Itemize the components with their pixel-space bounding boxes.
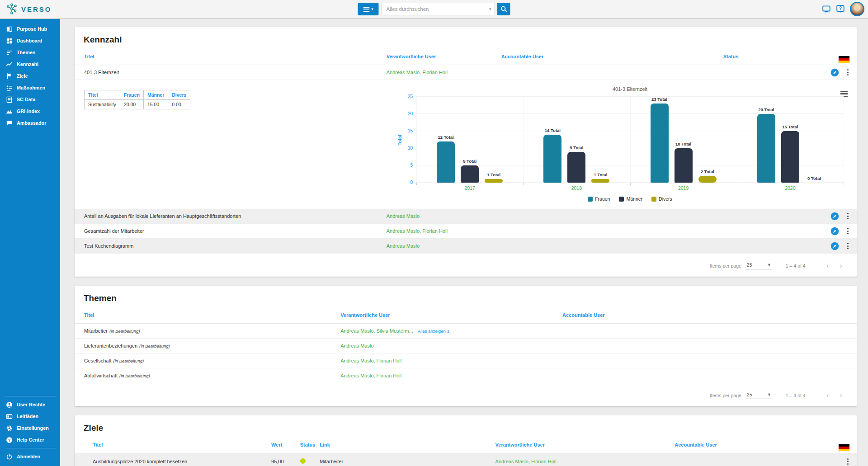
kennzahl-row[interactable]: Test KuchendiagrammAndreas Maslo bbox=[75, 239, 857, 254]
search-input[interactable] bbox=[382, 3, 495, 15]
monitor-icon[interactable] bbox=[822, 5, 831, 14]
sidebar-item-ziele[interactable]: Ziele bbox=[0, 70, 60, 82]
sidebar-item-leitf-den[interactable]: Leitfäden bbox=[0, 410, 60, 422]
column-status[interactable]: Status bbox=[723, 54, 815, 59]
sidebar-item-kennzahl[interactable]: Kennzahl bbox=[0, 58, 60, 70]
help-bubble-icon[interactable]: ? bbox=[836, 5, 845, 14]
sidebar-item-ma-nahmen[interactable]: Maßnahmen bbox=[0, 82, 60, 94]
sidebar-item-label: Help Center bbox=[17, 437, 44, 442]
column-verantwortliche-user[interactable]: Verantwortliche User bbox=[340, 312, 562, 318]
chart-bar-value-label: 9 Total bbox=[570, 145, 583, 150]
kpi-verantwortliche[interactable]: Andreas Maslo, Florian Holl bbox=[387, 70, 501, 75]
goal-titel: Ausbildungsplätze 2020 komplett besetzen bbox=[93, 459, 271, 464]
kpi-verantwortliche[interactable]: Andreas Maslo bbox=[387, 243, 501, 249]
row-menu-icon[interactable] bbox=[846, 242, 849, 250]
column-wert[interactable]: Wert bbox=[271, 442, 300, 447]
themen-row[interactable]: Mitarbeiter(in Bearbeitung)Andreas Maslo… bbox=[75, 324, 857, 339]
column-verantwortliche-user[interactable]: Verantwortliche User bbox=[495, 442, 675, 447]
kennzahl-title: Kennzahl bbox=[75, 27, 857, 49]
sidebar-item-label: Purpose Hub bbox=[17, 26, 47, 32]
chart-bar-value-label: 14 Total bbox=[545, 128, 561, 133]
row-menu-icon[interactable] bbox=[846, 457, 849, 466]
kennzahl-row[interactable]: Anteil an Ausgaben für lokale Lieferante… bbox=[75, 209, 857, 224]
sidebar-item-sc-data[interactable]: SC Data bbox=[0, 94, 60, 105]
thema-verantwortliche-names[interactable]: Andreas Maslo, Florian Holl bbox=[340, 358, 401, 363]
german-flag-icon[interactable] bbox=[839, 56, 849, 63]
sidebar-item-label: Maßnahmen bbox=[17, 85, 45, 90]
german-flag-icon[interactable] bbox=[839, 444, 849, 451]
pagination-next-button[interactable]: › bbox=[834, 262, 848, 269]
thema-verantwortliche-names[interactable]: Andreas Maslo, Silvia Musterm... bbox=[340, 328, 413, 334]
goal-verantwortliche[interactable]: Andreas Maslo, Florian Holl bbox=[495, 459, 675, 464]
kpi-detail-table: TitelFrauenMännerDiversSustainability20.… bbox=[84, 90, 190, 109]
thema-verantwortliche-names[interactable]: Andreas Maslo bbox=[340, 343, 373, 348]
kennzahl-row[interactable]: Gesamtzahl der MitarbeiterAndreas Maslo,… bbox=[75, 224, 857, 239]
chart-x-tick-label: 2017 bbox=[416, 183, 523, 191]
doc-icon bbox=[6, 96, 13, 103]
sidebar-item-user-rechte[interactable]: User Rechte bbox=[0, 399, 60, 410]
themen-row[interactable]: Gesellschaft(in Bearbeitung)Andreas Masl… bbox=[75, 353, 857, 368]
row-menu-icon[interactable] bbox=[846, 212, 849, 220]
column-accountable-user[interactable]: Accountable User bbox=[501, 54, 723, 59]
themen-row[interactable]: Abfallwirtschaft(in Bearbeitung)Andreas … bbox=[75, 368, 857, 383]
verso-logo[interactable]: VERSO bbox=[0, 3, 68, 15]
book-icon bbox=[6, 26, 13, 33]
search-scope-caret-icon[interactable]: ▾ bbox=[489, 7, 491, 11]
sidebar: Purpose HubDashboardThemenKennzahlZieleM… bbox=[0, 19, 60, 466]
row-menu-icon[interactable] bbox=[846, 68, 849, 76]
chevron-down-icon: ▼ bbox=[767, 263, 771, 267]
sidebar-item-gri-index[interactable]: GRI-Index bbox=[0, 105, 60, 117]
legend-item-frauen[interactable]: Frauen bbox=[588, 196, 610, 202]
column-link[interactable]: Link bbox=[320, 442, 495, 447]
kennzahl-row-expanded[interactable]: 401-3 Elternzeit Andreas Maslo, Florian … bbox=[75, 65, 857, 80]
chart-bar-frauen bbox=[437, 141, 455, 183]
ziele-row[interactable]: Ausbildungsplätze 2020 komplett besetzen… bbox=[75, 453, 857, 466]
column-titel[interactable]: Titel bbox=[84, 312, 340, 318]
column-status[interactable]: Status bbox=[300, 442, 320, 447]
themen-row[interactable]: Lieferantenbeziehungen(in Bearbeitung)An… bbox=[75, 339, 857, 353]
kpi-verantwortliche[interactable]: Andreas Maslo bbox=[387, 213, 501, 219]
kpi-verantwortliche[interactable]: Andreas Maslo, Florian Holl bbox=[387, 228, 501, 234]
compass-icon[interactable] bbox=[830, 242, 839, 250]
sidebar-item-abmelden[interactable]: Abmelden bbox=[0, 451, 60, 462]
user-avatar[interactable] bbox=[850, 2, 864, 16]
thema-verantwortliche: Andreas Maslo, Silvia Musterm...Alles an… bbox=[340, 328, 562, 334]
user-icon bbox=[6, 401, 13, 408]
compass-icon[interactable] bbox=[830, 227, 839, 235]
sidebar-item-label: GRI-Index bbox=[17, 108, 40, 114]
column-accountable-user[interactable]: Accountable User bbox=[562, 312, 849, 318]
column-titel[interactable]: Titel bbox=[84, 54, 387, 59]
pagination-next-button[interactable]: › bbox=[834, 391, 848, 399]
legend-item-divers[interactable]: Divers bbox=[651, 196, 672, 202]
column-accountable-user[interactable]: Accountable User bbox=[675, 442, 834, 447]
pagination-prev-button[interactable]: ‹ bbox=[821, 391, 835, 399]
items-per-page-select[interactable]: 25 ▼ bbox=[746, 391, 772, 399]
row-actions bbox=[815, 227, 849, 235]
search-category-button[interactable]: ▾ bbox=[358, 3, 379, 15]
sidebar-item-purpose-hub[interactable]: Purpose Hub bbox=[0, 23, 60, 35]
compass-icon[interactable] bbox=[830, 212, 839, 221]
show-all-link[interactable]: Alles anzeigen 3 bbox=[418, 329, 449, 334]
goal-link[interactable]: Mitarbeiter bbox=[320, 459, 495, 464]
compass-icon[interactable] bbox=[830, 68, 839, 77]
pagination-prev-button[interactable]: ‹ bbox=[821, 262, 835, 269]
items-per-page-select[interactable]: 25 ▼ bbox=[746, 262, 772, 269]
sidebar-item-themen[interactable]: Themen bbox=[0, 47, 60, 58]
column-titel[interactable]: Titel bbox=[93, 442, 271, 447]
search-submit-button[interactable] bbox=[497, 3, 510, 15]
thema-name: Mitarbeiter bbox=[84, 328, 108, 334]
sidebar-item-label: Einstellungen bbox=[17, 425, 49, 431]
column-verantwortliche-user[interactable]: Verantwortliche User bbox=[387, 54, 501, 59]
chart-bar-m-nner bbox=[781, 131, 799, 183]
sidebar-item-help-center[interactable]: ?Help Center bbox=[0, 434, 60, 446]
thema-verantwortliche-names[interactable]: Andreas Maslo, Florian Holl bbox=[340, 373, 401, 378]
sidebar-nav: Purpose HubDashboardThemenKennzahlZieleM… bbox=[0, 19, 60, 129]
row-menu-icon[interactable] bbox=[846, 227, 849, 235]
chart-bar-frauen bbox=[651, 104, 669, 183]
sidebar-item-dashboard[interactable]: Dashboard bbox=[0, 35, 60, 47]
sidebar-item-ambassador[interactable]: Ambassador bbox=[0, 117, 60, 129]
kennzahl-table-header: Titel Verantwortliche User Accountable U… bbox=[75, 49, 857, 65]
sidebar-item-einstellungen[interactable]: Einstellungen bbox=[0, 422, 60, 434]
chart-bar-slot: 10 Total bbox=[675, 97, 693, 183]
legend-item-m-nner[interactable]: Männer bbox=[619, 196, 642, 202]
